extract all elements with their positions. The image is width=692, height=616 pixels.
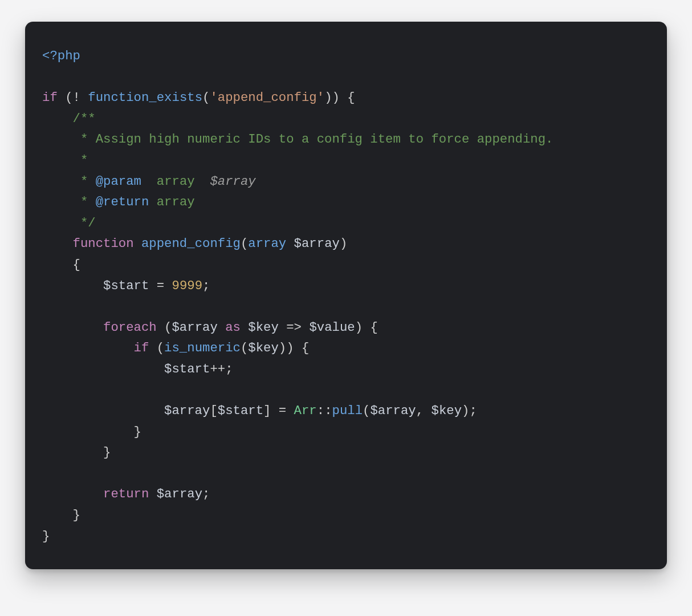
code-token: }	[134, 424, 141, 439]
code-token: $array	[164, 403, 210, 418]
code-token: $value	[309, 320, 355, 335]
code-token: $array	[210, 174, 255, 189]
code-token: }	[73, 508, 80, 522]
code-line: foreach ($array as $key => $value) {	[42, 320, 378, 335]
code-token: array	[141, 174, 210, 189]
code-token: $key	[432, 403, 462, 418]
code-line: *	[42, 153, 88, 168]
code-token: as	[225, 320, 241, 335]
code-token: }	[103, 445, 111, 460]
code-line: * @return array	[42, 194, 195, 209]
code-line: $start++;	[42, 362, 233, 376]
code-line: }	[42, 508, 80, 522]
code-token: !	[73, 90, 80, 105]
code-token: return	[103, 487, 149, 501]
code-line: }	[42, 424, 141, 439]
code-token: is_numeric	[164, 341, 241, 355]
code-token: *	[73, 174, 96, 189]
code-token: {	[73, 257, 80, 272]
code-token: ++	[210, 362, 225, 376]
code-line: $start = 9999;	[42, 278, 210, 293]
code-token: <?php	[42, 48, 80, 63]
code-token: function_exists	[88, 90, 202, 105]
code-token: @param	[96, 174, 141, 189]
code-token: * Assign high numeric IDs to a config it…	[73, 132, 553, 147]
code-line: {	[42, 257, 80, 272]
code-token: )) {	[279, 341, 310, 355]
code-token: 'append_config'	[210, 90, 324, 105]
code-line: $array[$start] = Arr::pull($array, $key)…	[42, 403, 477, 418]
code-token: (	[58, 90, 73, 105]
code-token: *	[73, 194, 96, 209]
code-token: ] =	[263, 403, 294, 418]
code-token: }	[42, 529, 50, 544]
code-token: $array	[370, 403, 416, 418]
code-token: foreach	[103, 320, 157, 335]
code-token	[149, 487, 156, 501]
code-token: 9999	[172, 278, 203, 293]
code-token: (	[202, 90, 210, 105]
code-token: append_config	[141, 236, 241, 251]
code-token: ,	[416, 403, 432, 418]
code-token	[241, 320, 248, 335]
code-token: */	[73, 216, 96, 230]
code-token: (	[363, 403, 370, 418]
code-token: if	[42, 90, 58, 105]
code-token	[286, 236, 294, 251]
code-token: ;	[202, 487, 210, 501]
code-line: */	[42, 216, 96, 230]
code-token: ) {	[355, 320, 378, 335]
code-token: Arr	[294, 403, 317, 418]
code-token: (	[241, 236, 248, 251]
code-line: return $array;	[42, 487, 210, 501]
code-token: $key	[248, 320, 279, 335]
code-token: (	[241, 341, 248, 355]
code-line: function append_config(array $array)	[42, 236, 347, 251]
code-token: $start	[218, 403, 263, 418]
code-token: =>	[279, 320, 310, 335]
code-line: /**	[42, 111, 96, 126]
code-token	[218, 320, 225, 335]
code-line: if (is_numeric($key)) {	[42, 341, 309, 355]
code-token: $array	[294, 236, 340, 251]
code-token: [	[210, 403, 217, 418]
code-token: $array	[157, 487, 202, 501]
code-card: <?php if (! function_exists('append_conf…	[25, 22, 667, 569]
code-token: *	[73, 153, 88, 168]
code-line: }	[42, 445, 111, 460]
code-token: $key	[248, 341, 279, 355]
code-token: /**	[73, 111, 96, 126]
code-token: =	[149, 278, 172, 293]
code-token: $start	[103, 278, 149, 293]
code-token: $array	[172, 320, 217, 335]
code-token: array	[149, 194, 194, 209]
code-token: $start	[164, 362, 210, 376]
code-token: );	[462, 403, 477, 418]
code-line: if (! function_exists('append_config')) …	[42, 90, 355, 105]
code-line: * Assign high numeric IDs to a config it…	[42, 132, 553, 147]
code-token: (	[157, 320, 172, 335]
code-token: array	[248, 236, 286, 251]
code-block[interactable]: <?php if (! function_exists('append_conf…	[42, 46, 650, 546]
code-line: * @param array $array	[42, 174, 256, 189]
code-token: )) {	[324, 90, 355, 105]
code-line: }	[42, 529, 50, 544]
code-token: ;	[225, 362, 233, 376]
code-token: )	[340, 236, 347, 251]
code-token: if	[134, 341, 149, 355]
code-token: ;	[202, 278, 210, 293]
code-line: <?php	[42, 48, 80, 63]
code-token: pull	[332, 403, 363, 418]
code-token: @return	[96, 194, 149, 209]
code-token: ::	[317, 403, 332, 418]
code-token: (	[149, 341, 164, 355]
code-token	[80, 90, 88, 105]
code-token	[134, 236, 141, 251]
code-token: function	[73, 236, 134, 251]
